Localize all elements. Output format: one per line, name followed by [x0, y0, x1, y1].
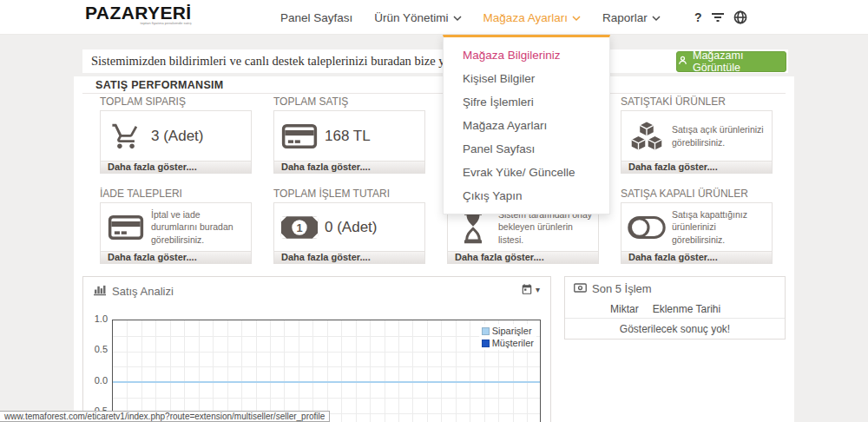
chart-title: Satış Analizi	[112, 285, 174, 298]
chevron-down-icon	[453, 11, 462, 24]
gridline	[441, 320, 442, 422]
show-more-link[interactable]: Daha fazla göster....	[621, 252, 773, 264]
dropdown-item-panel-sayfasi[interactable]: Panel Sayfası	[444, 137, 609, 161]
show-more-link[interactable]: Daha fazla göster....	[100, 162, 252, 174]
gridline	[370, 320, 371, 422]
gridline	[170, 320, 171, 422]
show-more-link[interactable]: Daha fazla göster....	[273, 162, 425, 174]
gridline	[456, 320, 457, 422]
recent-transactions-header: Son 5 İşlem	[565, 277, 785, 300]
sales-analysis-panel: Satış Analizi ▾ 1.0 0.5 0.0 -0.5 Sipariş…	[82, 276, 551, 422]
view-store-label: Mağazamı Görüntüle	[693, 49, 786, 74]
gridline	[270, 320, 271, 422]
dropdown-item-magaza-ayarlari[interactable]: Mağaza Ayarları	[444, 114, 609, 137]
total-sales-value: 168 TL	[325, 128, 371, 145]
recent-transactions-title: Son 5 İşlem	[592, 282, 652, 295]
dropdown-item-cikis-yapin[interactable]: Çıkış Yapın	[444, 184, 609, 208]
legend-swatch-orders	[482, 327, 490, 335]
y-tick: 1.0	[85, 313, 108, 325]
card-total-sales: TOPLAM SATIŞ 168 TL Daha fazla göster...…	[273, 96, 425, 174]
store-settings-dropdown: Mağaza Bilgileriniz Kişisel Bilgiler Şif…	[443, 35, 610, 214]
legend-swatch-customers	[482, 340, 490, 347]
gridline	[398, 320, 399, 422]
dropdown-item-sifre-islemleri[interactable]: Şifre İşlemleri	[444, 90, 609, 114]
dashboard-panel: SATIŞ PERFORMANSIM TOPLAM SIPARIŞ 3 (Ade…	[74, 76, 794, 422]
nav-item-raporlar[interactable]: Raporlar	[602, 11, 661, 24]
section-title: SATIŞ PERFORMANSIM	[95, 79, 224, 91]
gridline	[227, 320, 228, 422]
hourglass-icon	[448, 211, 498, 244]
dropdown-item-kisisel-bilgiler[interactable]: Kişisel Bilgiler	[444, 67, 609, 90]
money-icon	[574, 282, 587, 295]
gridline	[385, 320, 385, 422]
status-bar-url: www.temaforest.com/eticaretv1/index.php?…	[0, 411, 330, 422]
nav-item-magaza-ayarlari[interactable]: Mağaza Ayarları	[483, 11, 581, 24]
date-range-button[interactable]: ▾	[521, 283, 540, 295]
card-products-closed: SATIŞA KAPALI ÜRÜNLER Satışa kapattığını…	[621, 188, 773, 264]
products-on-sale-desc: Satışa açık ürünlerinizi görebilirsiniz.	[672, 123, 772, 148]
gridline	[341, 320, 342, 422]
recent-transactions-empty: Gösterilecek sonuç yok!	[565, 319, 785, 340]
chevron-down-icon	[652, 11, 661, 24]
chevron-down-icon	[572, 11, 581, 24]
help-icon[interactable]: ?	[694, 10, 702, 24]
banknote-icon: 1	[274, 215, 325, 240]
gridline	[127, 320, 128, 422]
dropdown-item-evrak-yukle[interactable]: Evrak Yüke/ Güncelle	[444, 161, 609, 184]
credit-card-icon	[101, 214, 151, 241]
chart-plot: Siparişler Müşteriler	[112, 320, 541, 422]
view-store-button[interactable]: Mağazamı Görüntüle	[676, 51, 786, 72]
dropdown-item-magaza-bilgileriniz[interactable]: Mağaza Bilgileriniz	[444, 43, 609, 67]
bar-chart-icon	[94, 284, 107, 299]
y-tick: 0.0	[85, 375, 108, 386]
recent-transactions-columns: Miktar Eklenme Tarihi	[565, 300, 785, 319]
nav-item-panel-sayfasi[interactable]: Panel Sayfası	[280, 11, 352, 24]
svg-text:1: 1	[296, 221, 302, 234]
show-more-link[interactable]: Daha fazla göster....	[273, 252, 425, 264]
gridline	[241, 320, 242, 422]
gridline	[184, 320, 185, 422]
gridline	[356, 320, 357, 422]
card-total-transactions: TOPLAM İŞLEM TUTARI 1 0 (Adet) Daha fazl…	[273, 188, 425, 264]
cubes-icon	[621, 120, 672, 153]
gridline	[141, 320, 142, 422]
card-return-requests: İADE TALEPLERI İptal ve iade durumlarını…	[100, 188, 252, 264]
chart-title-row: Satış Analizi	[94, 284, 174, 299]
filter-icon[interactable]	[711, 11, 725, 23]
logo[interactable]: PAZARYERİ toptan fiyatına perakende satı…	[85, 3, 192, 26]
credit-card-icon	[274, 122, 325, 150]
legend-customers: Müşteriler	[482, 338, 534, 348]
logo-tagline: toptan fiyatına perakende satış	[115, 21, 191, 24]
total-transactions-value: 0 (Adet)	[325, 219, 377, 236]
show-more-link[interactable]: Daha fazla göster....	[447, 252, 599, 264]
gridline	[312, 320, 313, 422]
toggle-icon	[621, 215, 672, 240]
return-requests-desc: İptal ve iade durumlarını buradan görebi…	[151, 208, 251, 246]
legend-orders: Siparişler	[482, 326, 534, 336]
gridline	[256, 320, 257, 422]
gridline	[327, 320, 328, 422]
user-icon	[677, 55, 688, 69]
cart-icon	[101, 122, 151, 151]
products-closed-desc: Satışa kapattığınız ürünlerinizi görebil…	[672, 208, 772, 246]
recent-transactions-panel: Son 5 İşlem Miktar Eklenme Tarihi Göster…	[564, 276, 786, 340]
gridline	[299, 320, 299, 422]
column-header-eklenme-tarihi: Eklenme Tarihi	[653, 303, 720, 315]
section-divider	[82, 93, 786, 94]
topbar: PAZARYERİ toptan fiyatına perakende satı…	[0, 0, 868, 35]
y-tick: 0.5	[85, 344, 108, 355]
total-orders-value: 3 (Adet)	[151, 128, 203, 145]
main-nav: Panel Sayfası Ürün Yönetimi Mağaza Ayarl…	[280, 0, 661, 35]
show-more-link[interactable]: Daha fazla göster....	[100, 252, 252, 264]
card-products-on-sale: SATIŞTAKİ ÜRÜNLER Satışa açık ürünlerini…	[621, 96, 773, 174]
gridline	[155, 320, 156, 422]
gridline	[412, 320, 413, 422]
topbar-icons: ?	[694, 0, 747, 35]
gridline	[199, 320, 200, 422]
card-total-orders: TOPLAM SIPARIŞ 3 (Adet) Daha fazla göste…	[100, 96, 252, 174]
globe-icon[interactable]	[733, 10, 747, 24]
logo-title: PAZARYERİ	[85, 3, 192, 23]
nav-item-urun-yonetimi[interactable]: Ürün Yönetimi	[374, 11, 461, 24]
gridline	[213, 320, 214, 422]
show-more-link[interactable]: Daha fazla göster....	[621, 162, 773, 174]
